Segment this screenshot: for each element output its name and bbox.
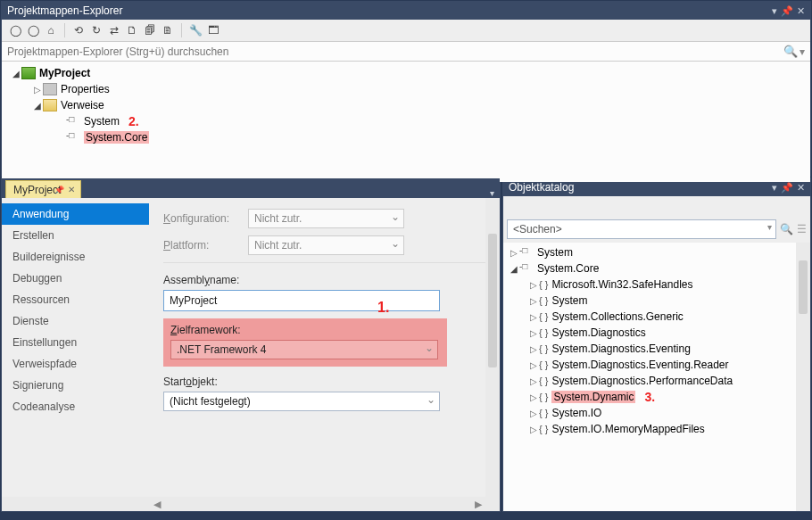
- search-icon[interactable]: 🔍: [780, 223, 793, 235]
- namespace-icon: [539, 375, 551, 387]
- ns-label: System.Diagnostics.PerformanceData: [551, 375, 733, 387]
- document-tab-bar: MyProject 📌 ✕ ▾: [2, 178, 500, 198]
- show-all-icon[interactable]: 🗋: [124, 22, 140, 38]
- expand-icon[interactable]: [32, 101, 43, 111]
- expand-icon[interactable]: [528, 296, 539, 306]
- list-icon[interactable]: ☰: [797, 223, 807, 235]
- cat-ressourcen[interactable]: Ressourcen: [2, 289, 149, 310]
- pin-icon[interactable]: 📌: [54, 186, 64, 194]
- expand-icon[interactable]: [528, 312, 539, 322]
- ns-item[interactable]: System.Diagnostics.Eventing.Reader: [503, 357, 810, 373]
- expand-icon[interactable]: [528, 344, 539, 354]
- property-category-list: Anwendung Erstellen Buildereignisse Debu…: [2, 198, 149, 497]
- tree-project[interactable]: MyProject: [2, 65, 810, 81]
- scrollbar-horizontal[interactable]: ◀ ▶: [2, 497, 500, 511]
- close-icon[interactable]: ✕: [797, 182, 805, 194]
- view-icon[interactable]: 🗔: [205, 22, 221, 38]
- ref-label: System: [84, 115, 120, 128]
- tree-ref-system[interactable]: System 2.: [2, 113, 810, 129]
- namespace-icon: [539, 294, 551, 307]
- pin-icon[interactable]: 📌: [781, 182, 793, 194]
- ns-item[interactable]: System.Diagnostics.PerformanceData: [503, 373, 810, 389]
- expand-icon[interactable]: [528, 328, 539, 338]
- search-icon[interactable]: 🔍: [783, 45, 798, 58]
- home-icon[interactable]: ⌂: [43, 22, 59, 38]
- project-label: MyProject: [39, 67, 90, 79]
- catalog-search-input[interactable]: <Suchen>: [507, 219, 776, 239]
- explorer-search[interactable]: Projektmappen-Explorer (Strg+ü) durchsuc…: [2, 42, 810, 62]
- ns-item[interactable]: System.IO: [503, 405, 810, 421]
- ns-item[interactable]: Microsoft.Win32.SafeHandles: [503, 277, 810, 293]
- close-icon[interactable]: ✕: [68, 185, 75, 194]
- reference-icon: [66, 115, 80, 128]
- ns-label: Microsoft.Win32.SafeHandles: [551, 278, 692, 291]
- tab-myproject[interactable]: MyProject 📌 ✕: [5, 180, 81, 198]
- annotation-3: 3.: [644, 390, 655, 404]
- ns-item[interactable]: System: [503, 293, 810, 309]
- expand-icon[interactable]: [509, 248, 519, 258]
- expand-icon[interactable]: [32, 85, 43, 95]
- zielframework-combo[interactable]: .NET Framework 4: [170, 340, 438, 359]
- ns-label: System.Diagnostics.Eventing.Reader: [551, 359, 728, 371]
- catalog-search-row: <Suchen> 🔍 ☰: [503, 216, 810, 243]
- startobjekt-combo[interactable]: (Nicht festgelegt): [163, 392, 440, 411]
- konfiguration-combo[interactable]: Nicht zutr.: [248, 209, 404, 228]
- cat-dienste[interactable]: Dienste: [2, 310, 149, 332]
- tree-ref-system-core[interactable]: System.Core: [2, 129, 810, 145]
- namespace-icon: [539, 343, 551, 355]
- expand-icon[interactable]: [528, 360, 539, 370]
- konfiguration-label: Konfiguration:: [163, 212, 248, 225]
- node-system[interactable]: System: [503, 244, 810, 260]
- back-icon[interactable]: ◯: [7, 22, 23, 38]
- pin-icon[interactable]: 📌: [781, 5, 793, 17]
- cat-einstellungen[interactable]: Einstellungen: [2, 332, 149, 353]
- assemblyname-input[interactable]: [163, 290, 440, 311]
- plattform-combo[interactable]: Nicht zutr.: [248, 235, 404, 255]
- expand-icon[interactable]: [528, 392, 539, 402]
- expand-icon[interactable]: [11, 69, 21, 78]
- cat-erstellen[interactable]: Erstellen: [2, 225, 149, 246]
- node-system-core[interactable]: System.Core: [503, 260, 810, 277]
- forward-icon[interactable]: ◯: [25, 22, 41, 38]
- dropdown-icon[interactable]: ▾: [772, 5, 777, 17]
- cat-debuggen[interactable]: Debuggen: [2, 268, 149, 289]
- ns-item[interactable]: System.Diagnostics: [503, 325, 810, 341]
- ns-item[interactable]: System.Collections.Generic: [503, 309, 810, 325]
- object-catalog-panel: Objektkatalog ▾ 📌 ✕ <Suchen> 🔍 ☰ System …: [502, 177, 811, 512]
- expand-icon[interactable]: [528, 280, 539, 290]
- ns-label: System.IO: [551, 407, 601, 419]
- tree-references[interactable]: Verweise: [2, 97, 810, 113]
- cat-verweispfade[interactable]: Verweispfade: [2, 353, 149, 375]
- collapse-icon[interactable]: ⇄: [106, 22, 122, 38]
- expand-icon[interactable]: [509, 264, 519, 274]
- tree-properties[interactable]: Properties: [2, 81, 810, 97]
- expand-icon[interactable]: [528, 425, 539, 434]
- scrollbar-vertical[interactable]: [485, 198, 500, 497]
- catalog-title: Objektkatalog: [509, 181, 772, 194]
- cat-codeanalyse[interactable]: Codeanalyse: [2, 396, 149, 417]
- namespace-icon: [539, 310, 551, 323]
- expand-icon[interactable]: [528, 409, 539, 418]
- tab-overflow-icon[interactable]: ▾: [490, 188, 494, 198]
- reference-icon: [66, 131, 80, 144]
- catalog-tree: System System.Core Microsoft.Win32.SafeH…: [503, 243, 810, 511]
- sync-icon[interactable]: ⟲: [70, 22, 87, 38]
- ns-item-dynamic[interactable]: System.Dynamic3.: [503, 389, 810, 405]
- properties-icon[interactable]: 🗐: [142, 22, 158, 38]
- ns-item[interactable]: System.IO.MemoryMappedFiles: [503, 421, 810, 437]
- solution-explorer-title: Projektmappen-Explorer: [7, 4, 772, 17]
- preview-icon[interactable]: 🗎: [160, 22, 176, 38]
- scrollbar-vertical[interactable]: [796, 243, 810, 511]
- dropdown-icon[interactable]: ▾: [772, 182, 777, 194]
- search-dropdown-icon[interactable]: ▾: [800, 45, 805, 58]
- wrench-icon[interactable]: 🔧: [187, 22, 203, 38]
- cat-buildereignisse[interactable]: Buildereignisse: [2, 246, 149, 268]
- close-icon[interactable]: ✕: [797, 5, 805, 17]
- refresh-icon[interactable]: ↻: [88, 22, 104, 38]
- expand-icon[interactable]: [528, 376, 539, 386]
- cat-anwendung[interactable]: Anwendung: [2, 203, 149, 225]
- project-properties-panel: MyProject 📌 ✕ ▾ Anwendung Erstellen Buil…: [1, 177, 501, 512]
- startobjekt-label: Startobjekt:: [163, 376, 485, 388]
- cat-signierung[interactable]: Signierung: [2, 375, 149, 396]
- ns-item[interactable]: System.Diagnostics.Eventing: [503, 341, 810, 357]
